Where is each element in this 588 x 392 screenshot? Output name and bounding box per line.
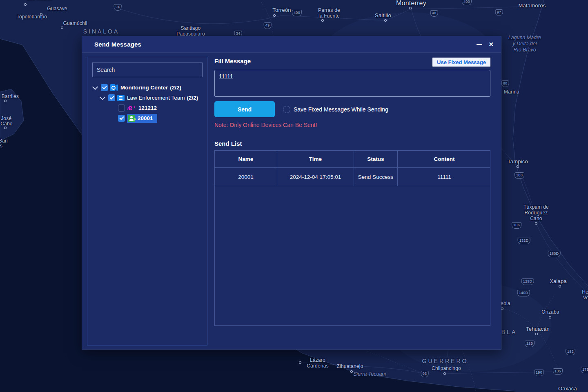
tree-item-count: (2/2) (187, 95, 198, 101)
highway-shield: 175 (581, 367, 588, 373)
tree-item-monitoring-center[interactable]: Monitoring Center(2/2) (87, 82, 207, 93)
town-marker (4, 100, 7, 102)
highway-shield: 180 (514, 172, 524, 179)
map-label-oaxaca: Oaxaca (558, 386, 577, 392)
town-marker (273, 14, 276, 17)
close-icon[interactable]: ✕ (488, 41, 494, 47)
map-label-s: s (0, 143, 2, 149)
tree-checkbox[interactable] (118, 115, 125, 122)
map-park-label: Sierra Tecuani (353, 371, 386, 377)
map-label-monterrey: Monterrey (396, 0, 426, 7)
ie-icon: e (127, 104, 136, 112)
town-marker (517, 165, 519, 168)
map-label-los-mochis: Los Mochis (27, 0, 53, 2)
map-label-ve: Ve (583, 295, 588, 301)
town-marker (24, 3, 27, 6)
map-label-he: He (582, 290, 588, 295)
map-label-guasave: Guasave (47, 6, 67, 12)
map-label-barriles: Barriles (2, 94, 19, 100)
tree-item-label: Monitoring Center (120, 85, 168, 91)
tree-item-121212[interactable]: e121212 (87, 103, 207, 113)
save-fixed-radio[interactable] (283, 106, 290, 113)
map-state-label: GUERRERO (422, 358, 468, 364)
send-list-heading: Send List (214, 140, 242, 147)
device-tree-panel: Monitoring Center(2/2)Law Enforcement Te… (87, 57, 207, 345)
message-content: Fill Message Use Fixed Message 11111 Sen… (214, 57, 490, 350)
highway-shield: 106 (512, 222, 521, 229)
map-state-label: BLA (501, 329, 517, 335)
dialog-titlebar[interactable]: Send Messages ✕ (82, 36, 501, 53)
map-label-túxpam-de: Túxpam de Rodríguez Cano (523, 205, 549, 221)
highway-shield: 80 (501, 80, 509, 87)
map-label-torreón: Torreón (272, 7, 291, 13)
map-label-lázaro: Lázaro Cárdenas (307, 358, 329, 369)
send-list-header: NameTimeStatusContent (215, 151, 490, 168)
map-label-guamúchil: Guamúchil (63, 21, 87, 27)
map-label-saltillo: Saltillo (375, 13, 391, 19)
town-marker (535, 222, 537, 225)
tree-item-label: Law Enforcement Team (127, 95, 185, 101)
highway-shield: 182 (566, 349, 575, 355)
minimize-icon[interactable] (477, 44, 482, 45)
highway-shield: 132D (518, 238, 530, 244)
town-marker (409, 7, 412, 9)
map-state-label: SINALOA (83, 28, 120, 35)
town-marker (299, 361, 301, 364)
chevron-down-icon[interactable] (100, 94, 105, 100)
tree-item-label: 20001 (138, 115, 153, 121)
tree-item-law-enforcement-team[interactable]: Law Enforcement Team(2/2) (87, 93, 207, 103)
town-marker (61, 27, 63, 29)
online-note: Note: Only Online Devices Can Be Sent! (214, 122, 317, 128)
monitor-icon (110, 84, 118, 91)
cell-status: Send Success (354, 168, 398, 186)
highway-shield: 400 (292, 10, 302, 16)
send-messages-dialog: Send Messages ✕ Monitoring Center(2/2)La… (82, 36, 501, 350)
cell-name: 20001 (215, 168, 277, 186)
search-input[interactable] (92, 62, 203, 77)
town-marker (549, 316, 551, 318)
column-header-name: Name (215, 151, 277, 167)
highway-shield: 190 (534, 370, 544, 376)
map-label-santiago: Santiago Papasquiaro (176, 26, 205, 37)
highway-shield: 24 (114, 4, 122, 11)
map-label-ebla: ebla (501, 301, 510, 307)
team-icon (117, 95, 125, 101)
highway-shield: 125 (525, 341, 535, 347)
tree-checkbox[interactable] (108, 94, 115, 101)
highway-shield: 135 (553, 368, 563, 375)
map-label-matamoros: Matamoros (519, 3, 546, 9)
highway-shield: 129D (521, 278, 534, 285)
send-list-table: NameTimeStatusContent 200012024-12-04 17… (214, 150, 490, 326)
use-fixed-message-button[interactable]: Use Fixed Message (432, 58, 490, 67)
send-row: Send Save Fixed Messages While Sending (214, 101, 388, 117)
cell-content: 11111 (398, 168, 491, 186)
selected-tree-item: 20001 (127, 114, 157, 123)
tree-item-20001[interactable]: 20001 (87, 113, 207, 123)
send-list-body: 200012024-12-04 17:05:01Send Success1111… (215, 168, 490, 186)
tree-checkbox[interactable] (118, 105, 125, 111)
map-park-label: Laguna Madre y Delta del Río Bravo (508, 35, 541, 53)
chevron-down-icon[interactable] (92, 84, 98, 89)
town-marker (350, 370, 353, 373)
column-header-status: Status (354, 151, 398, 167)
highway-shield: 180D (548, 251, 561, 257)
map-label-zihuatanejo: Zihuatanejo (337, 364, 363, 370)
highway-shield: 40 (430, 10, 438, 17)
map-label-parras-de: Parras de la Fuente (318, 8, 340, 19)
fill-message-heading: Fill Message (214, 58, 251, 65)
tree-item-count: (2/2) (170, 85, 181, 91)
send-button[interactable]: Send (214, 101, 275, 117)
window-buttons: ✕ (477, 41, 501, 47)
table-row: 200012024-12-04 17:05:01Send Success1111… (215, 168, 490, 186)
map-label-xalapa: Xalapa (550, 278, 567, 285)
tree-checkbox[interactable] (101, 84, 108, 91)
cell-time: 2024-12-04 17:05:01 (277, 168, 354, 186)
town-marker (4, 127, 7, 129)
save-fixed-label[interactable]: Save Fixed Messages While Sending (294, 106, 388, 113)
dialog-title: Send Messages (94, 41, 141, 48)
map-label-marina: Marina (504, 89, 519, 95)
highway-shield: 140D (517, 290, 530, 296)
highway-shield: 49 (264, 22, 272, 29)
message-textarea[interactable]: 11111 (214, 70, 490, 97)
town-marker (443, 372, 446, 375)
